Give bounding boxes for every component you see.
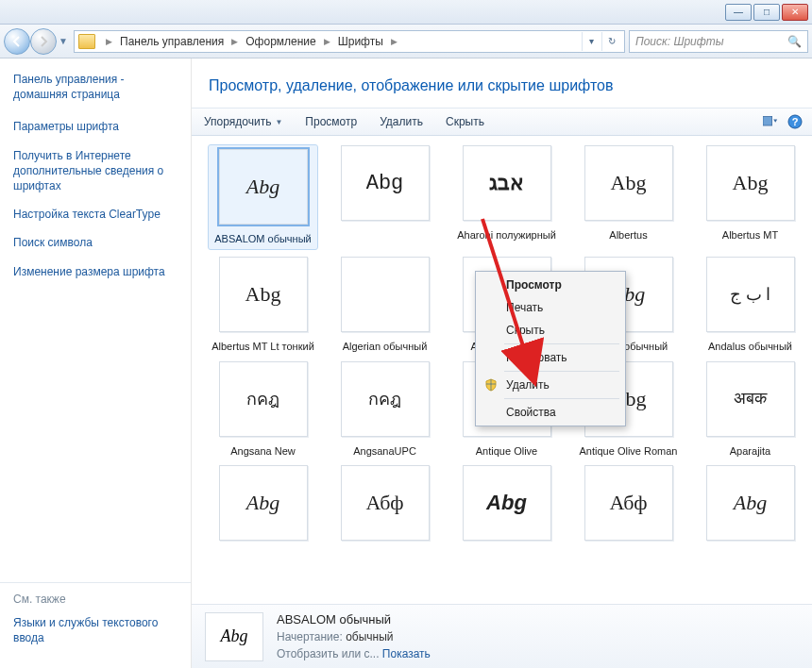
sidebar-separator <box>0 582 191 583</box>
font-item[interactable]: Algerian обычный <box>330 257 439 353</box>
font-thumbnail: Abg <box>219 149 308 225</box>
details-show-label: Отобразить или с... <box>277 647 380 660</box>
page-title: Просмотр, удаление, отображение или скры… <box>192 58 812 108</box>
ctx-separator <box>504 398 619 399</box>
font-item[interactable]: ا ب جAndalus обычный <box>696 257 804 353</box>
address-bar[interactable]: ▶ Панель управления ▶ Оформление ▶ Шрифт… <box>74 30 625 53</box>
close-button[interactable]: ✕ <box>782 4 808 21</box>
sidebar-link-font-settings[interactable]: Параметры шрифта <box>13 119 181 134</box>
details-thumbnail: Abg <box>205 612 263 661</box>
font-item[interactable]: Abg <box>209 465 317 548</box>
ctx-delete-label: Удалить <box>506 378 550 392</box>
search-icon: 🔍 <box>787 35 802 48</box>
chevron-right-icon: ▶ <box>386 37 402 46</box>
ctx-preview[interactable]: Просмотр <box>478 274 623 296</box>
context-menu: Просмотр Печать Скрыть Копировать Удалит… <box>475 271 626 426</box>
forward-button[interactable] <box>30 28 57 55</box>
font-item[interactable]: Abg <box>330 145 439 249</box>
font-item[interactable]: Абф <box>330 465 439 548</box>
font-thumbnail: अबक <box>706 361 795 437</box>
refresh-button[interactable]: ↻ <box>601 32 620 51</box>
breadcrumb-item[interactable]: Панель управления <box>117 35 227 48</box>
font-label: Albertus <box>609 228 647 242</box>
navigation-bar: ▼ ▶ Панель управления ▶ Оформление ▶ Шри… <box>0 25 812 58</box>
nav-history-dropdown[interactable]: ▼ <box>57 36 70 46</box>
chevron-down-icon: ▼ <box>275 118 282 126</box>
breadcrumb-item[interactable]: Оформление <box>243 35 318 48</box>
font-label: AngsanaUPC <box>353 444 416 458</box>
details-show-link[interactable]: Показать <box>382 647 431 660</box>
font-item[interactable]: Абф <box>574 465 683 548</box>
font-label: Aharoni полужирный <box>457 228 556 242</box>
ctx-separator <box>504 343 619 344</box>
font-item[interactable]: AbgAlbertus MT <box>696 145 804 249</box>
toolbar-organize-label: Упорядочить <box>204 115 271 128</box>
font-label: Antique Olive Roman <box>580 444 678 458</box>
font-label: Algerian обычный <box>343 340 428 353</box>
font-thumbnail: กคฎ <box>219 361 308 437</box>
ctx-separator <box>504 371 619 372</box>
font-label: Andalus обычный <box>708 340 792 353</box>
font-item[interactable]: กคฎAngsana New <box>209 361 317 458</box>
font-thumbnail: Abg <box>463 465 551 541</box>
ctx-copy[interactable]: Копировать <box>478 346 623 369</box>
search-placeholder: Поиск: Шрифты <box>635 35 724 48</box>
toolbar-view[interactable]: Просмотр <box>302 113 360 130</box>
details-font-name: ABSALOM обычный <box>277 612 431 626</box>
sidebar-link-text-services[interactable]: Языки и службы текстового ввода <box>13 615 181 645</box>
font-thumbnail: Abg <box>706 145 795 221</box>
font-thumbnail <box>341 257 430 332</box>
font-item[interactable]: AbgAlbertus MT Lt тонкий <box>209 257 317 353</box>
font-item[interactable]: אבגAharoni полужирный <box>452 145 561 249</box>
window-titlebar: — □ ✕ <box>0 0 812 25</box>
toolbar-organize[interactable]: Упорядочить ▼ <box>201 113 285 130</box>
ctx-delete[interactable]: Удалить <box>478 374 623 396</box>
sidebar-home-link[interactable]: Панель управления - домашняя страница <box>13 72 181 102</box>
content-area: Просмотр, удаление, отображение или скры… <box>192 58 812 668</box>
help-button[interactable]: ? <box>787 114 803 129</box>
font-item[interactable]: अबकAparajita <box>696 361 804 458</box>
font-thumbnail: אבג <box>463 145 551 221</box>
font-thumbnail: Abg <box>219 465 308 541</box>
font-thumbnail: Abg <box>706 465 795 541</box>
toolbar: Упорядочить ▼ Просмотр Удалить Скрыть ? <box>192 108 812 136</box>
ctx-properties[interactable]: Свойства <box>478 401 623 424</box>
shield-icon <box>483 377 499 392</box>
maximize-button[interactable]: □ <box>753 4 780 21</box>
toolbar-hide[interactable]: Скрыть <box>443 113 487 130</box>
ctx-hide[interactable]: Скрыть <box>478 319 623 342</box>
folder-icon <box>78 34 95 49</box>
font-item[interactable]: Abg <box>696 465 804 548</box>
font-thumbnail: กคฎ <box>341 361 430 437</box>
address-dropdown-button[interactable]: ▾ <box>582 32 601 51</box>
details-pane: Abg ABSALOM обычный Начертание: обычный … <box>192 604 812 668</box>
chevron-right-icon: ▶ <box>227 37 243 46</box>
toolbar-delete[interactable]: Удалить <box>377 113 426 130</box>
chevron-right-icon: ▶ <box>319 37 335 46</box>
back-button[interactable] <box>4 28 30 55</box>
font-label: Albertus MT Lt тонкий <box>211 340 314 353</box>
font-item[interactable]: AbgABSALOM обычный <box>209 145 317 249</box>
font-label: ABSALOM обычный <box>214 232 311 245</box>
font-thumbnail: ا ب ج <box>706 257 795 332</box>
details-style-label: Начертание: <box>277 630 343 643</box>
font-label: Albertus MT <box>722 228 778 242</box>
ctx-print[interactable]: Печать <box>478 296 623 319</box>
breadcrumb-item[interactable]: Шрифты <box>335 35 386 48</box>
font-label: Aparajita <box>730 444 770 458</box>
font-thumbnail: Abg <box>341 145 430 221</box>
font-item[interactable]: กคฎAngsanaUPC <box>330 361 439 458</box>
font-label: Angsana New <box>230 444 296 458</box>
font-item[interactable]: Abg <box>452 465 561 548</box>
font-label: Antique Olive <box>476 444 537 458</box>
minimize-button[interactable]: — <box>725 4 752 21</box>
svg-text:?: ? <box>792 116 799 127</box>
sidebar-link-online-info[interactable]: Получить в Интернете дополнительные свед… <box>13 148 181 194</box>
search-input[interactable]: Поиск: Шрифты 🔍 <box>629 30 808 53</box>
sidebar-link-char-search[interactable]: Поиск символа <box>13 235 181 250</box>
font-item[interactable]: AbgAlbertus <box>574 145 683 249</box>
view-options-button[interactable] <box>763 114 778 129</box>
sidebar-link-cleartype[interactable]: Настройка текста ClearType <box>13 207 181 222</box>
svg-rect-0 <box>763 116 772 125</box>
sidebar-link-font-size[interactable]: Изменение размера шрифта <box>13 264 181 279</box>
